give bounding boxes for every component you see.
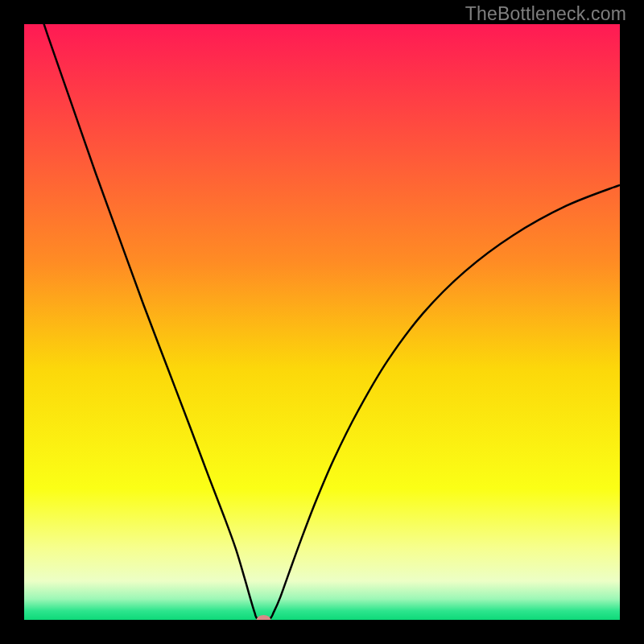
watermark-text: TheBottleneck.com: [465, 3, 626, 25]
chart-svg: [24, 24, 620, 620]
gradient-background: [24, 24, 620, 620]
chart-frame: [24, 24, 620, 620]
